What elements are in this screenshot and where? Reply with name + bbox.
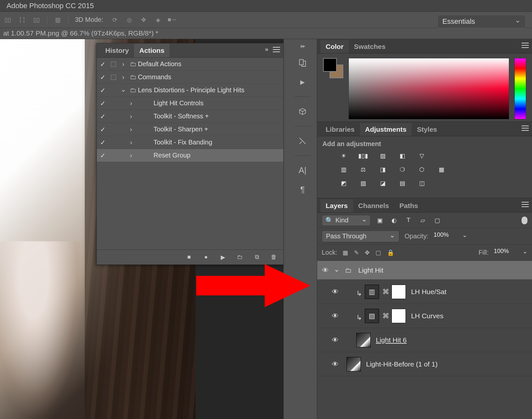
photo-filter-icon[interactable]: ❍ — [397, 165, 408, 174]
visibility-icon[interactable]: 👁 — [320, 266, 330, 274]
panel-menu-icon[interactable] — [522, 126, 529, 131]
action-disclosure[interactable] — [118, 73, 128, 81]
lock-all-icon[interactable]: 🔒 — [387, 249, 394, 256]
gradient-map-icon[interactable]: ▤ — [397, 178, 408, 188]
panel-menu-icon[interactable] — [273, 47, 280, 52]
action-row[interactable]: Toolkit - Sharpen + — [97, 123, 283, 136]
lock-transparent-icon[interactable]: ▦ — [343, 249, 348, 256]
action-row[interactable]: 🗀Commands — [97, 71, 283, 84]
visibility-icon[interactable]: 👁 — [330, 288, 340, 296]
channel-mixer-icon[interactable]: ⬡ — [416, 165, 427, 174]
hue-sat-icon[interactable]: ▥ — [338, 165, 349, 174]
invert-icon[interactable]: ◩ — [338, 178, 349, 188]
action-check[interactable] — [97, 112, 109, 120]
collapse-icon[interactable] — [265, 46, 268, 53]
filter-toggle-icon[interactable] — [522, 217, 527, 224]
tab-history[interactable]: History — [100, 44, 134, 57]
layer-name[interactable]: Light Hit — [358, 266, 383, 274]
hue-strip[interactable] — [514, 58, 526, 119]
play-button[interactable]: ▶ — [219, 253, 227, 262]
tab-swatches[interactable]: Swatches — [349, 40, 391, 53]
document-tab[interactable]: at 1.00.57 PM.png @ 66.7% (9Tz4K6ps, RGB… — [0, 28, 532, 39]
action-row[interactable]: 🗀Lens Distortions - Principle Light Hits — [97, 84, 283, 97]
actions-dock-icon[interactable]: ▶ — [296, 76, 309, 88]
tab-layers[interactable]: Layers — [320, 199, 353, 212]
black-white-icon[interactable]: ◨ — [377, 165, 388, 174]
align-left-icon[interactable]: ▯▯ — [3, 15, 13, 25]
record-button[interactable]: ● — [202, 253, 210, 262]
chevron-down-icon[interactable] — [523, 249, 527, 256]
tab-paths[interactable]: Paths — [394, 199, 423, 212]
action-disclosure[interactable] — [126, 112, 136, 120]
tab-channels[interactable]: Channels — [353, 199, 394, 212]
color-spectrum[interactable] — [348, 58, 509, 119]
layer-name[interactable]: Light-Hit-Before (1 of 1) — [366, 360, 437, 368]
layer-row[interactable]: 👁🗀Light Hit — [317, 261, 532, 280]
lock-artboard-icon[interactable]: ▢ — [376, 249, 381, 256]
layer-thumb[interactable] — [356, 333, 371, 347]
adjustment-thumb[interactable]: ▨ — [365, 309, 379, 323]
fill-value[interactable]: 100% — [494, 248, 517, 258]
new-set-button[interactable]: 🗀 — [236, 253, 244, 262]
curves-icon[interactable]: ▨ — [377, 151, 388, 161]
action-row[interactable]: 🗀Default Actions — [97, 58, 283, 71]
visibility-icon[interactable]: 👁 — [330, 336, 340, 344]
chevron-down-icon[interactable] — [462, 233, 467, 240]
action-check[interactable] — [97, 139, 109, 146]
action-disclosure[interactable] — [126, 126, 136, 133]
align-right-icon[interactable]: ▯▯ — [31, 15, 42, 25]
color-balance-icon[interactable]: ⚖ — [358, 165, 369, 174]
filter-pixel-icon[interactable]: ▣ — [376, 217, 384, 224]
new-action-button[interactable]: ⧉ — [253, 253, 261, 262]
layer-row[interactable]: 👁↳▨⌘LH Curves — [317, 304, 532, 328]
lock-position-icon[interactable]: ✥ — [365, 249, 370, 256]
action-disclosure[interactable] — [118, 86, 128, 94]
pan-icon[interactable]: ✥ — [139, 15, 149, 25]
blend-mode-dropdown[interactable]: Pass Through — [322, 231, 399, 242]
tab-actions[interactable]: Actions — [134, 44, 170, 57]
action-check[interactable] — [97, 99, 109, 107]
mask-thumb[interactable] — [392, 285, 406, 299]
filter-type-icon[interactable]: T — [405, 217, 412, 224]
action-disclosure[interactable] — [126, 152, 136, 159]
filter-kind-dropdown[interactable]: 🔍Kind — [322, 215, 371, 226]
action-row[interactable]: Light Hit Controls — [97, 97, 283, 110]
panel-menu-icon[interactable] — [522, 43, 529, 48]
align-center-icon[interactable]: ╎╎ — [17, 15, 27, 25]
mask-thumb[interactable] — [392, 309, 406, 323]
layer-thumb[interactable] — [347, 357, 361, 371]
layer-name[interactable]: Light Hit 6 — [376, 336, 407, 344]
history-dock-icon[interactable] — [296, 57, 309, 69]
selective-color-icon[interactable]: ◫ — [416, 178, 427, 188]
stop-button[interactable]: ■ — [185, 253, 193, 262]
layer-row[interactable]: 👁↳▥⌘LH Hue/Sat — [317, 280, 532, 304]
vibrance-icon[interactable]: ▽ — [416, 151, 427, 161]
link-mask-icon[interactable]: ⌘ — [382, 288, 388, 296]
filter-shape-icon[interactable]: ▱ — [419, 217, 427, 224]
action-record-toggle[interactable] — [109, 62, 118, 67]
foreground-background-swatch[interactable] — [323, 58, 343, 78]
roll-icon[interactable]: ◎ — [124, 15, 135, 25]
tab-styles[interactable]: Styles — [412, 123, 442, 136]
layer-row[interactable]: 👁Light Hit 6 — [317, 328, 532, 352]
group-disclosure[interactable] — [333, 266, 340, 274]
adjustment-thumb[interactable]: ▥ — [365, 285, 379, 299]
action-record-toggle[interactable] — [109, 75, 118, 80]
layer-name[interactable]: LH Hue/Sat — [411, 288, 447, 296]
action-disclosure[interactable] — [126, 139, 136, 146]
tab-adjustments[interactable]: Adjustments — [360, 123, 412, 136]
workspace-dropdown[interactable]: Essentials — [437, 15, 525, 28]
dock-collapse-icon[interactable]: ▸▸ — [294, 42, 311, 50]
layer-row[interactable]: 👁Light-Hit-Before (1 of 1) — [317, 352, 532, 376]
brightness-contrast-icon[interactable]: ☀ — [338, 151, 349, 161]
visibility-icon[interactable]: 👁 — [330, 312, 340, 320]
opacity-value[interactable]: 100% — [434, 232, 457, 241]
action-check[interactable] — [97, 126, 109, 133]
action-check[interactable] — [97, 73, 109, 81]
layer-name[interactable]: LH Curves — [411, 312, 443, 320]
foreground-color[interactable] — [323, 58, 337, 72]
panel-menu-icon[interactable] — [522, 202, 529, 207]
visibility-icon[interactable]: 👁 — [330, 360, 340, 368]
action-check[interactable] — [97, 152, 109, 159]
action-row[interactable]: Toolkit - Fix Banding — [97, 136, 283, 149]
